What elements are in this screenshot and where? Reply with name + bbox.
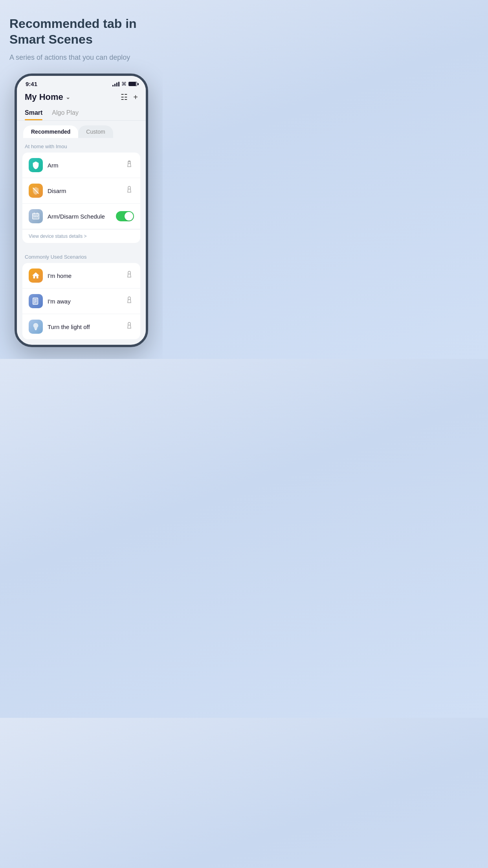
arm-label: Arm [48,162,125,169]
home-label: My Home [25,92,63,102]
schedule-icon [29,209,43,223]
status-time: 9:41 [26,81,37,87]
battery-icon [128,82,137,86]
chevron-down-icon: ⌄ [66,94,70,100]
tab-smart[interactable]: Smart [25,107,42,120]
wifi-icon: ⌘ [121,81,127,87]
view-details-link[interactable]: View device status details > [22,229,140,243]
touch-icon-arm [125,159,134,171]
svg-rect-16 [35,330,37,330]
page-subtitle: A series of actions that you can deploy [9,53,153,63]
im-home-icon [29,268,43,283]
section-label-at-home: At home with Imou [17,138,146,153]
sub-tab-custom[interactable]: Custom [78,125,113,138]
home-selector[interactable]: My Home ⌄ [25,92,70,102]
signal-icon [112,82,119,86]
svg-point-0 [129,161,130,162]
toggle-thumb [125,212,133,221]
app-header: My Home ⌄ ☷ + [17,89,146,107]
phone-shell: 9:41 ⌘ My Home ⌄ ☷ + Smart [15,74,148,347]
im-away-item[interactable]: I'm away [22,289,140,314]
svg-rect-7 [34,216,35,217]
im-away-icon [29,294,43,308]
touch-icon-home [125,270,134,281]
sub-tab-recommended[interactable]: Recommended [23,125,78,138]
schedule-label: Arm/Disarm Schedule [48,213,116,220]
schedule-item[interactable]: Arm/Disarm Schedule [22,204,140,229]
disarm-item[interactable]: Disarm [22,178,140,204]
svg-rect-8 [35,216,37,217]
schedule-toggle[interactable] [116,211,134,221]
light-off-item[interactable]: Turn the light off [22,314,140,339]
light-off-label: Turn the light off [48,324,125,330]
page-intro: Recommended tab in Smart Scenes A series… [9,16,153,63]
light-off-icon [29,320,43,334]
disarm-icon [29,184,43,198]
sub-tab-bar: Recommended Custom [17,121,146,138]
arm-icon [29,158,43,172]
im-home-label: I'm home [48,272,125,279]
at-home-card: Arm Disarm [22,153,140,243]
touch-icon-light [125,321,134,333]
add-icon[interactable]: + [133,93,138,102]
im-home-item[interactable]: I'm home [22,263,140,289]
svg-rect-9 [37,216,38,217]
content-area: At home with Imou Arm [17,138,146,339]
svg-rect-15 [35,329,37,329]
header-actions: ☷ + [121,92,138,102]
status-icons: ⌘ [112,81,137,87]
main-tab-bar: Smart Algo Play [17,107,146,121]
im-away-label: I'm away [48,298,125,305]
page-title: Recommended tab in Smart Scenes [9,16,153,47]
tab-algo-play[interactable]: Algo Play [52,107,79,120]
disarm-label: Disarm [48,188,125,194]
section-label-common: Commonly Used Scenarios [17,248,146,263]
status-bar: 9:41 ⌘ [17,76,146,89]
list-icon[interactable]: ☷ [121,92,128,102]
common-scenarios-card: I'm home [22,263,140,339]
touch-icon-disarm [125,185,134,197]
arm-item[interactable]: Arm [22,153,140,178]
touch-icon-away [125,295,134,307]
